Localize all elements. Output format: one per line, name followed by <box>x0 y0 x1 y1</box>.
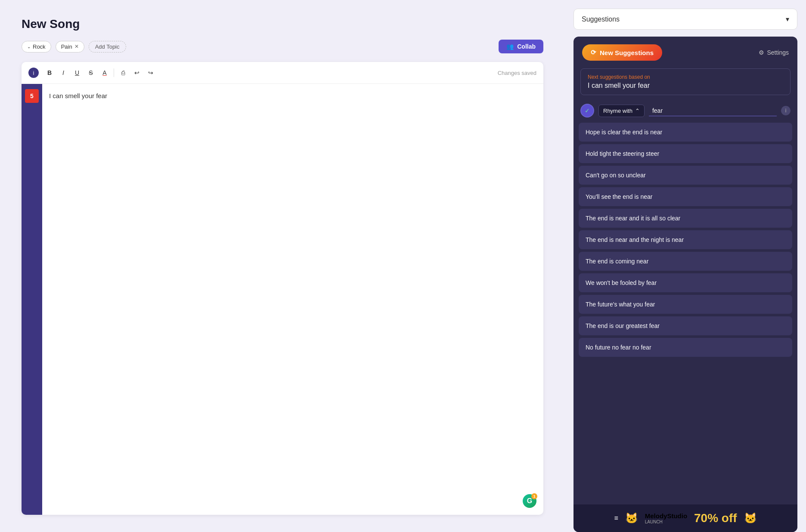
suggestion-item-3[interactable]: You'll see the end is near <box>579 187 792 206</box>
suggestion-item-6[interactable]: The end is coming near <box>579 252 792 271</box>
new-suggestions-label: New Suggestions <box>600 49 654 56</box>
changes-saved-label: Changes saved <box>498 70 536 76</box>
toolbar-separator <box>114 68 114 77</box>
rhyme-toggle[interactable]: ✓ <box>580 104 594 118</box>
promo-banner[interactable]: ≡ 🐱 MelodyStudio LAUNCH 70% off 🐱 <box>574 504 797 532</box>
print-icon: ⎙ <box>121 69 125 76</box>
suggestions-header: ⟳ New Suggestions ⚙ Settings <box>574 37 797 68</box>
text-color-button[interactable]: A <box>98 66 111 79</box>
based-on-box: Next suggestions based on I can smell yo… <box>580 68 790 95</box>
chevron-icon: ⌄ <box>27 44 31 49</box>
discount-text: 70% off <box>694 511 737 525</box>
settings-label: Settings <box>767 49 789 56</box>
grammarly-badge: 1 <box>531 493 537 499</box>
gear-icon: ⚙ <box>759 49 764 56</box>
suggestions-dropdown-chevron: ▾ <box>786 15 789 23</box>
suggestions-dropdown[interactable]: Suggestions ▾ <box>574 9 797 30</box>
redo-button[interactable]: ↪ <box>144 66 157 79</box>
editor-line-1[interactable]: I can smell your fear <box>49 89 536 103</box>
rhyme-select-chevron: ⌃ <box>635 108 640 114</box>
line-numbers: 5 <box>22 84 42 515</box>
suggestion-item-10[interactable]: No future no fear no fear <box>579 338 792 357</box>
tags-row: ⌄ Rock Pain ✕ Add Topic 👥 Collab <box>22 40 543 53</box>
settings-button[interactable]: ⚙ Settings <box>759 49 789 56</box>
collab-label: Collab <box>517 43 536 50</box>
editor-body: 5 I can smell your fear G 1 <box>22 84 543 515</box>
rhyme-label: Rhyme with <box>603 108 632 114</box>
info-icon: i <box>33 70 34 76</box>
suggestion-item-2[interactable]: Can't go on so unclear <box>579 166 792 185</box>
based-on-label: Next suggestions based on <box>588 74 783 80</box>
line-number-5: 5 <box>25 89 39 103</box>
redo-icon: ↪ <box>148 69 153 76</box>
rhyme-info-icon[interactable]: i <box>781 106 790 115</box>
suggestion-list: Hope is clear the end is nearHold tight … <box>574 123 797 504</box>
new-suggestions-button[interactable]: ⟳ New Suggestions <box>582 44 662 61</box>
underline-button[interactable]: U <box>71 66 84 79</box>
collab-icon: 👥 <box>506 43 514 50</box>
text-color-icon: A <box>102 69 106 76</box>
suggestions-dropdown-label: Suggestions <box>582 15 620 23</box>
based-on-text: I can smell your fear <box>588 82 783 90</box>
undo-button[interactable]: ↩ <box>130 66 143 79</box>
underline-icon: U <box>75 69 79 76</box>
editor-content[interactable]: I can smell your fear G 1 <box>42 84 543 515</box>
rhyme-input[interactable] <box>649 105 777 116</box>
hamburger-icon: ≡ <box>614 514 618 522</box>
collab-button[interactable]: 👥 Collab <box>499 40 543 53</box>
checkmark-icon: ✓ <box>585 107 590 114</box>
left-panel: New Song ⌄ Rock Pain ✕ Add Topic 👥 Colla… <box>0 0 565 532</box>
suggestions-panel: ⟳ New Suggestions ⚙ Settings Next sugges… <box>574 37 797 532</box>
suggestion-item-0[interactable]: Hope is clear the end is near <box>579 123 792 142</box>
editor-container: i B I U S A ⎙ ↩ ↪ Changes saved 5 I can … <box>22 62 543 515</box>
melody-studio-name: MelodyStudio <box>645 512 687 520</box>
right-panel: Suggestions ▾ ⟳ New Suggestions ⚙ Settin… <box>565 0 806 532</box>
promo-text-group: MelodyStudio LAUNCH <box>645 512 687 524</box>
italic-button[interactable]: I <box>57 66 70 79</box>
suggestion-item-5[interactable]: The end is near and the night is near <box>579 230 792 249</box>
italic-icon: I <box>62 69 64 76</box>
undo-icon: ↩ <box>134 69 140 76</box>
editor-toolbar: i B I U S A ⎙ ↩ ↪ Changes saved <box>22 62 543 84</box>
cat-icon-left: 🐱 <box>625 512 638 524</box>
print-button[interactable]: ⎙ <box>117 66 130 79</box>
bold-icon: B <box>47 69 52 76</box>
strikethrough-icon: S <box>89 69 93 76</box>
rock-tag-label: Rock <box>33 43 46 50</box>
suggestion-item-4[interactable]: The end is near and it is all so clear <box>579 209 792 228</box>
refresh-icon: ⟳ <box>591 49 596 56</box>
info-button[interactable]: i <box>28 68 39 78</box>
pain-tag[interactable]: Pain ✕ <box>56 41 84 53</box>
cat-icon-right: 🐱 <box>744 512 757 524</box>
rock-tag[interactable]: ⌄ Rock <box>22 41 51 53</box>
suggestion-item-8[interactable]: The future's what you fear <box>579 295 792 314</box>
bold-button[interactable]: B <box>43 66 56 79</box>
strikethrough-button[interactable]: S <box>84 66 97 79</box>
suggestion-item-7[interactable]: We won't be fooled by fear <box>579 273 792 292</box>
launch-badge: LAUNCH <box>645 520 687 524</box>
suggestion-item-9[interactable]: The end is our greatest fear <box>579 316 792 335</box>
rhyme-select[interactable]: Rhyme with ⌃ <box>598 105 645 117</box>
song-title: New Song <box>22 17 543 31</box>
suggestion-item-1[interactable]: Hold tight the steering steer <box>579 144 792 163</box>
grammarly-icon[interactable]: G 1 <box>523 494 536 508</box>
melody-studio-info: MelodyStudio LAUNCH <box>645 512 687 524</box>
pain-tag-close[interactable]: ✕ <box>74 43 79 49</box>
pain-tag-label: Pain <box>61 43 72 50</box>
add-topic-button[interactable]: Add Topic <box>89 41 126 53</box>
grammarly-letter: G <box>527 497 532 505</box>
rhyme-row: ✓ Rhyme with ⌃ i <box>574 100 797 123</box>
